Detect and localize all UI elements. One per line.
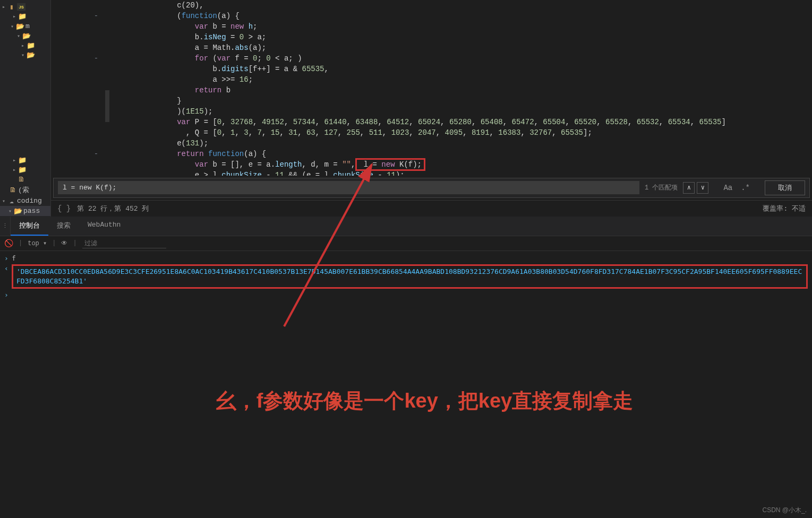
code-line[interactable]: , Q = [0, 1, 3, 7, 15, 31, 63, 127, 255,…: [51, 127, 812, 138]
fold-indicator[interactable]: [83, 138, 109, 149]
editor-search-bar: 1 个匹配项 ∧ ∨ Aa .* 取消: [53, 178, 810, 198]
file-icon: 🗎: [8, 186, 17, 194]
search-next-button[interactable]: ∨: [697, 182, 708, 194]
code-line[interactable]: c(20),: [51, 0, 812, 11]
tree-item[interactable]: ▾ ☁ coding: [0, 196, 50, 206]
code-line[interactable]: b.isNeg = 0 > a;: [51, 32, 812, 42]
drawer-toggle[interactable]: ⋮: [0, 217, 11, 236]
folder-open-icon: 📂: [22, 32, 31, 40]
code-line[interactable]: - return function(a) {: [51, 149, 812, 159]
regex-toggle[interactable]: .*: [737, 184, 754, 192]
line-number: [51, 21, 83, 32]
fold-indicator[interactable]: [83, 159, 109, 170]
tree-item[interactable]: ▸ 📁: [0, 165, 50, 175]
tree-label: pass: [23, 207, 40, 215]
format-icon[interactable]: { }: [57, 204, 71, 213]
console-input-text: f: [12, 254, 16, 262]
line-number: [51, 106, 83, 117]
code-line[interactable]: a = Math.abs(a);: [51, 42, 812, 53]
code-text: for (var f = 0; 0 < a; ): [109, 53, 812, 64]
fold-indicator[interactable]: [83, 106, 109, 117]
console-filter-input[interactable]: [82, 238, 166, 248]
folder-icon: 📁: [18, 157, 27, 164]
code-line[interactable]: - for (var f = 0; 0 < a; ): [51, 53, 812, 64]
search-input[interactable]: [58, 181, 639, 194]
fold-indicator[interactable]: [83, 127, 109, 138]
fold-indicator[interactable]: [83, 117, 109, 127]
code-line[interactable]: var P = [0, 32768, 49152, 57344, 61440, …: [51, 117, 812, 127]
code-text: b.isNeg = 0 > a;: [109, 32, 812, 42]
tree-item[interactable]: ▾ 📂 pass: [0, 206, 50, 216]
match-case-toggle[interactable]: Aa: [719, 184, 737, 192]
code-text: (function(a) {: [109, 11, 812, 21]
fold-indicator[interactable]: [83, 21, 109, 32]
console-body[interactable]: › f ‹ 'DBCEA86ACD310CC0ED8A56D9E3C3CFE26…: [0, 251, 812, 302]
code-line[interactable]: return b: [51, 85, 812, 96]
fold-indicator[interactable]: [83, 32, 109, 42]
code-line[interactable]: - (function(a) {: [51, 11, 812, 21]
chevron-down-icon: ▾: [11, 23, 16, 30]
fold-indicator[interactable]: -: [83, 11, 109, 21]
tree-item[interactable]: ▾ 📂: [0, 31, 50, 41]
tree-label: (索: [18, 185, 29, 195]
fold-indicator[interactable]: [83, 170, 109, 176]
fold-indicator[interactable]: -: [83, 149, 109, 159]
code-editor[interactable]: c(20),- (function(a) { var b = new h; b.…: [51, 0, 812, 217]
tree-item[interactable]: ▾ 📂: [0, 50, 50, 60]
tab-webauthn[interactable]: WebAuthn: [79, 217, 129, 236]
fold-indicator[interactable]: [83, 42, 109, 53]
line-number: [51, 149, 83, 159]
code-line[interactable]: b.digits[f++] = a & 65535,: [51, 64, 812, 74]
code-line[interactable]: a >>= 16;: [51, 74, 812, 85]
line-number: [51, 42, 83, 53]
code-text: e > l.chunkSize - 11 && (e = l.chunkSize…: [109, 170, 812, 176]
code-text: var b = new h;: [109, 21, 812, 32]
console-input-prompt: ›: [4, 254, 12, 262]
clear-console-icon[interactable]: 🚫: [4, 239, 13, 248]
context-selector[interactable]: top ▾: [28, 239, 47, 247]
code-line[interactable]: e > l.chunkSize - 11 && (e = l.chunkSize…: [51, 170, 812, 176]
code-text: var P = [0, 32768, 49152, 57344, 61440, …: [109, 117, 812, 127]
tree-item[interactable]: 🗎: [0, 175, 50, 184]
live-expression-icon[interactable]: 👁: [61, 239, 67, 247]
folder-icon: 📁: [18, 13, 27, 20]
code-text: a >>= 16;: [109, 74, 812, 85]
code-line[interactable]: )(1E15);: [51, 106, 812, 117]
cursor-position: 第 22 行，第 452 列: [77, 204, 149, 213]
tree-item[interactable]: ▸ 📁: [0, 41, 50, 50]
folder-icon: ▮: [7, 3, 16, 11]
fold-indicator[interactable]: [83, 85, 109, 96]
tree-item[interactable]: ▾ 📂 m: [0, 21, 50, 31]
tree-item[interactable]: ▸ 📁: [0, 156, 50, 165]
console-toolbar: 🚫 | top ▾ | 👁 |: [0, 236, 812, 251]
tab-search[interactable]: 搜索: [48, 217, 79, 236]
cancel-button[interactable]: 取消: [765, 180, 805, 195]
code-text: )(1E15);: [109, 106, 812, 117]
code-line[interactable]: var b = [], e = a.length, d, m = "", l =…: [51, 159, 812, 170]
tree-item[interactable]: ▸ 📁: [0, 12, 50, 21]
fold-indicator[interactable]: [83, 0, 109, 11]
coverage-status: 覆盖率: 不适: [763, 204, 806, 213]
code-line[interactable]: var b = new h;: [51, 21, 812, 32]
chevron-right-icon: ▸: [2, 4, 7, 10]
line-number: [51, 64, 83, 74]
tab-console[interactable]: 控制台: [11, 217, 48, 236]
chevron-down-icon: ▾: [17, 33, 22, 39]
fold-indicator[interactable]: -: [83, 53, 109, 64]
search-prev-button[interactable]: ∧: [683, 182, 695, 194]
fold-indicator[interactable]: [83, 96, 109, 106]
fold-indicator[interactable]: [83, 74, 109, 85]
code-text: c(20),: [109, 0, 812, 11]
tree-item[interactable]: ▸ ▮ JS: [0, 2, 50, 12]
chevron-right-icon: ▸: [13, 13, 18, 20]
tree-item[interactable]: 🗎 (索: [0, 184, 50, 196]
line-number: [51, 127, 83, 138]
code-line[interactable]: }: [51, 96, 812, 106]
fold-indicator[interactable]: [83, 64, 109, 74]
js-file-icon: JS: [17, 3, 25, 11]
tree-label: coding: [17, 197, 42, 205]
code-line[interactable]: e(131);: [51, 138, 812, 149]
line-number: [51, 53, 83, 64]
folder-icon: 📁: [18, 166, 27, 174]
code-text: , Q = [0, 1, 3, 7, 15, 31, 63, 127, 255,…: [109, 127, 812, 138]
